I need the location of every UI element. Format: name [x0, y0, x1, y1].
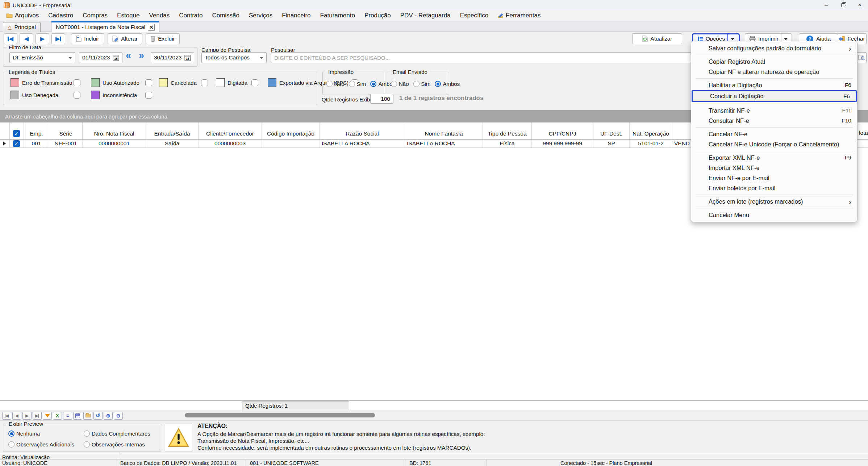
grid-load-layout-button[interactable] [83, 412, 92, 420]
menu-item-transmitir-nf-e[interactable]: Transmitir NF-eF11 [691, 105, 857, 116]
grid-collapse-button[interactable]: ⊖ [114, 412, 123, 420]
column-header-codigo-importacao[interactable]: Código Importação [262, 122, 320, 139]
menubar-item-cadastro[interactable]: Cadastro [43, 10, 78, 21]
grid-save-layout-button[interactable] [73, 412, 82, 420]
radio-sim[interactable]: Sim [349, 81, 366, 87]
select-all-checkbox[interactable]: ✓ [9, 122, 24, 139]
legend-checkbox-uso-autorizado[interactable] [145, 79, 152, 86]
checkbox-checked-icon[interactable]: ✓ [13, 130, 20, 137]
column-header-serie[interactable]: Série [49, 122, 83, 139]
tab-listagem-nota-fiscal[interactable]: NOT0001 - Listagem de Nota Fiscal [51, 21, 159, 32]
menu-item-concluir-a-digitacao[interactable]: Concluir a DigitaçãoF6 [692, 90, 857, 102]
legend-checkbox-digitada[interactable] [251, 79, 258, 86]
grid-next-button[interactable]: ▶ [22, 412, 32, 420]
horizontal-scrollbar-thumb[interactable] [185, 413, 375, 417]
grid-grouping-button[interactable]: ≡ [63, 412, 72, 420]
menu-item-copiar-nf-e-alterar-natureza-de-operacao[interactable]: Copiar NF e alterar natureza de operação [691, 67, 857, 77]
menu-item-importar-xml-nf-e[interactable]: Importar XML NF-e [691, 163, 857, 173]
menu-item-exportar-xml-nf-e[interactable]: Exportar XML NF-eF9 [691, 153, 857, 163]
menu-item-enviar-nf-e-por-e-mail[interactable]: Enviar NF-e por E-mail [691, 173, 857, 183]
column-header-nat-operacao[interactable]: Nat. Operação [630, 122, 672, 139]
next-period-button[interactable]: » [139, 50, 143, 61]
menubar-item-estoque[interactable]: Estoque [112, 10, 144, 21]
tab-principal[interactable]: ⌂ Principal [3, 22, 41, 32]
close-tab-icon[interactable] [148, 24, 155, 31]
radio-nao[interactable]: Não [391, 81, 409, 87]
last-record-button[interactable]: ▶ [51, 33, 65, 44]
menubar-item-especifico[interactable]: Específico [455, 10, 493, 21]
grid-filter-button[interactable] [43, 412, 52, 420]
close-button[interactable]: × [851, 0, 868, 10]
menubar-item-producao[interactable]: Produção [360, 10, 396, 21]
menubar-item-contrato[interactable]: Contrato [174, 10, 207, 21]
menubar-item-comissao[interactable]: Comissão [207, 10, 244, 21]
atualizar-button[interactable]: Atualizar [632, 33, 682, 44]
excluir-button[interactable]: Excluir [146, 33, 180, 44]
date-to-input[interactable]: 30/11/2023 15 [151, 52, 194, 63]
menubar-item-arquivos[interactable]: Arquivos [1, 10, 43, 21]
menubar-item-label: Cadastro [48, 12, 73, 19]
radio-ambos[interactable]: Ambos [435, 81, 460, 87]
legend-checkbox-uso-denegada[interactable] [74, 92, 80, 99]
row-checkbox[interactable]: ✓ [13, 140, 20, 147]
column-header-emp[interactable]: Emp. [24, 122, 49, 139]
maximize-button[interactable] [835, 0, 851, 10]
radio-sim[interactable]: Sim [413, 81, 431, 87]
menu-item-consultar-nf-e[interactable]: Consultar NF-eF10 [691, 116, 857, 126]
menubar-item-pdv-retaguarda[interactable]: PDV - Retaguarda [396, 10, 455, 21]
menu-item-enviar-boletos-por-e-mail[interactable]: Enviar boletos por E-mail [691, 183, 857, 193]
radio-dados-complementares[interactable]: Dados Complementares [84, 430, 150, 437]
menubar-item-financeiro[interactable]: Financeiro [277, 10, 315, 21]
grid-last-button[interactable]: ▶ [33, 412, 42, 420]
column-header-nro-nota-fiscal[interactable]: Nro. Nota Fiscal [83, 122, 146, 139]
radio-observacoes-internas[interactable]: Observações Internas [84, 441, 145, 448]
menubar-item-ferramentas[interactable]: Ferramentas [493, 10, 545, 21]
grid-prior-button[interactable]: ◀ [12, 412, 21, 420]
menubar-item-vendas[interactable]: Vendas [144, 10, 174, 21]
menu-item-copiar-registro-atual[interactable]: Copiar Registro Atual [691, 57, 857, 67]
menu-item-cancelar-menu[interactable]: Cancelar Menu [691, 210, 857, 220]
menu-item-salvar-configuracoes-padrao-do-formulario[interactable]: Salvar configurações padrão do formulári… [691, 43, 857, 53]
menu-item-cancelar-nf-e[interactable]: Cancelar NF-e [691, 129, 857, 139]
qtde-registros-input[interactable]: 100 [381, 96, 390, 102]
grid-first-button[interactable]: ◀ [2, 412, 11, 420]
column-header-razao-social[interactable]: Razão Social [320, 122, 405, 139]
menubar-item-compras[interactable]: Compras [78, 10, 112, 21]
legend-checkbox-erro-de-transmissao[interactable] [74, 79, 80, 86]
grid-excel-export-button[interactable]: X [53, 412, 62, 420]
search-button[interactable] [856, 52, 867, 63]
next-record-button[interactable]: ▶ [36, 33, 49, 44]
minimize-button[interactable]: – [818, 0, 835, 10]
column-header-entrada-saida[interactable]: Entrada/Saída [146, 122, 199, 139]
radio-nao[interactable]: Não [326, 81, 345, 87]
date-field-select[interactable]: Dt. Emissão [9, 52, 75, 63]
grid-refresh-button[interactable]: ↺ [93, 412, 103, 420]
status-divider [119, 454, 119, 459]
radio-observacoes-adicionais[interactable]: Observações Adicionais [8, 441, 74, 448]
menubar-item-servicos[interactable]: Serviços [244, 10, 277, 21]
radio-nenhuma[interactable]: Nenhuma [8, 430, 40, 437]
menubar-item-faturamento[interactable]: Faturamento [316, 10, 360, 21]
menu-item-habilitar-a-digitacao[interactable]: Habilitar a DigitaçãoF6 [691, 80, 857, 90]
menu-item-cancelar-nf-e-unicode-forcar-o-cancelamento[interactable]: Cancelar NF-e Unicode (Forçar o Cancelam… [691, 139, 857, 149]
previous-period-button[interactable]: « [126, 50, 130, 61]
previous-record-button[interactable]: ◀ [20, 33, 33, 44]
grid-expand-button[interactable]: ⊕ [104, 412, 113, 420]
calendar-icon[interactable]: 15 [184, 54, 191, 61]
column-header-tipo-de-pessoa[interactable]: Tipo de Pessoa [483, 122, 532, 139]
legend-checkbox-cancelada[interactable] [201, 79, 208, 86]
incluir-button[interactable]: + Incluir [71, 33, 104, 44]
date-from-input[interactable]: 01/11/2023 15 [79, 52, 122, 63]
column-header-nome-fantasia[interactable]: Nome Fantasia [405, 122, 483, 139]
calendar-icon[interactable]: 15 [113, 54, 119, 61]
first-record-button[interactable]: ◀ [4, 33, 17, 44]
column-header-cliente-fornecedor[interactable]: Cliente/Fornecedor [199, 122, 262, 139]
column-header-label: Entrada/Saída [154, 130, 190, 137]
column-header-cpf-cnpj[interactable]: CPF/CNPJ [532, 122, 593, 139]
menu-item-acoes-em-lote-registros-marcados[interactable]: Ações em lote (registros marcados)› [691, 196, 857, 207]
campo-de-pesquisa-select[interactable]: Todos os Campos [201, 52, 267, 63]
alterar-button[interactable]: Alterar [108, 33, 142, 44]
column-header-uf-dest[interactable]: UF Dest. [593, 122, 630, 139]
cell-codigo-importacao [262, 140, 320, 147]
legend-checkbox-inconsistencia[interactable] [145, 92, 152, 99]
